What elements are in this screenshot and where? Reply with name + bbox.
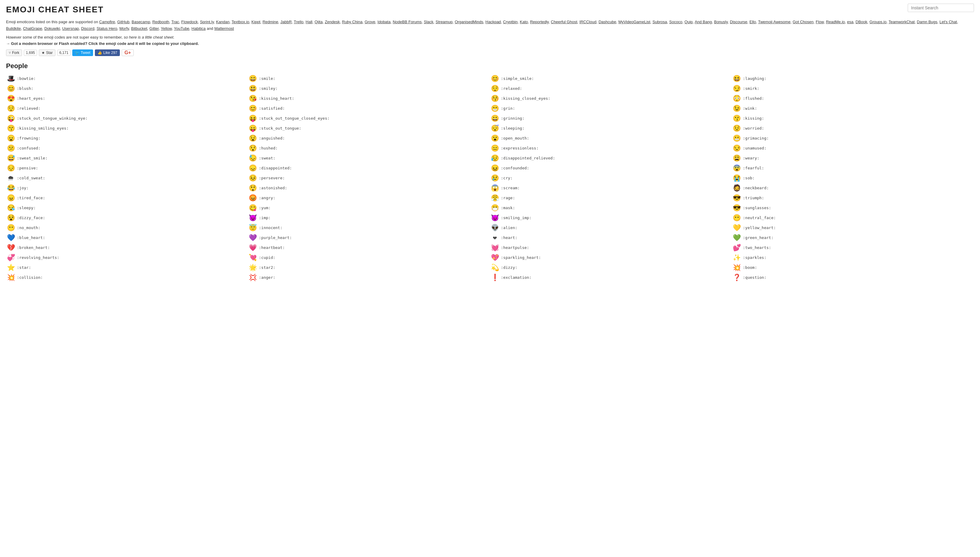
link-subrosa[interactable]: Subrosa [652,20,667,24]
emoji-item[interactable]: 😃:smiley: [248,83,490,93]
star-button[interactable]: ★ Star [39,49,55,56]
link-esa[interactable]: esa [847,20,853,24]
emoji-item[interactable]: 💢:anger: [248,272,490,282]
emoji-item[interactable]: 😂:joy: [6,183,248,193]
emoji-item[interactable]: 😣:persevere: [248,173,490,183]
emoji-item[interactable]: 💙:blue_heart: [6,233,248,243]
emoji-item[interactable]: 💥:collision: [6,272,248,282]
emoji-item[interactable]: 😨:fearful: [732,163,974,173]
emoji-item[interactable]: 😭:sob: [732,173,974,183]
link-gotchosen[interactable]: Got Chosen [793,20,813,24]
emoji-item[interactable]: 😞:disappointed: [248,163,490,173]
link-kato[interactable]: Kato [520,20,528,24]
emoji-item[interactable]: 💗:heartbeat: [248,243,490,252]
emoji-item[interactable]: 🌟:star2: [248,262,490,272]
link-qiita[interactable]: Qiita [315,20,323,24]
search-input[interactable] [908,3,974,12]
emoji-item[interactable]: 😚:kissing_closed_eyes: [490,93,732,103]
emoji-item[interactable]: 😩:weary: [732,153,974,163]
emoji-item[interactable]: 😶:no_mouth: [6,223,248,233]
link-statushero[interactable]: Status Hero [97,26,117,31]
link-ello[interactable]: Ello [750,20,756,24]
emoji-item[interactable]: 😲:astonished: [248,183,490,193]
link-chatgrape[interactable]: ChatGrape [23,26,42,31]
link-idobata[interactable]: Idobata [377,20,390,24]
fork-button[interactable]: ⑂ Fork [6,49,22,56]
emoji-item[interactable]: 💜:purple_heart: [248,233,490,243]
emoji-item[interactable]: 😵:dizzy_face: [6,213,248,223]
link-hall[interactable]: Hall [306,20,312,24]
link-usersnap[interactable]: Usersnap [62,26,79,31]
emoji-item[interactable]: ❗:exclamation: [490,272,732,282]
emoji-item[interactable]: 😟:worried: [732,123,974,133]
link-andbang[interactable]: And Bang [695,20,712,24]
emoji-item[interactable]: 😋:yum: [248,203,490,213]
emoji-item[interactable]: 😷:mask: [490,203,732,213]
emoji-item[interactable]: 😌:relaxed: [490,83,732,93]
link-redbooth[interactable]: Redbooth [153,20,169,24]
emoji-item[interactable]: ✨:sparkles: [732,252,974,262]
link-slack[interactable]: Slack [424,20,433,24]
emoji-item[interactable]: 😢:cry: [490,173,732,183]
emoji-item[interactable]: 😈:smiling_imp: [490,213,732,223]
emoji-item[interactable]: 😎:triumph: [732,193,974,203]
emoji-item[interactable]: 😪:sleepy: [6,203,248,213]
link-discord[interactable]: Discord [81,26,94,31]
emoji-item[interactable]: 😘:kissing_heart: [248,93,490,103]
link-kandan[interactable]: Kandan [216,20,229,24]
link-dokuwiki[interactable]: Dokuwiki [44,26,60,31]
emoji-item[interactable]: 🧔:neckbeard: [732,183,974,193]
emoji-item[interactable]: 💥:boom: [732,262,974,272]
link-hackpad[interactable]: Hackpad [485,20,501,24]
link-jabbr[interactable]: JabbR [281,20,292,24]
emoji-item[interactable]: 😓:sweat: [248,153,490,163]
gplus-button[interactable]: G+ [122,49,134,56]
emoji-item[interactable]: 😝:stuck_out_tongue_closed_eyes: [248,113,490,123]
link-groupsio[interactable]: Groups.io [870,20,886,24]
emoji-item[interactable]: 😴:sleeping: [490,123,732,133]
link-mattermost[interactable]: Mattermost [214,26,234,31]
link-myvideogamelist[interactable]: MyVideoGameList [618,20,650,24]
link-teamworkchat[interactable]: TeamworkChat [888,20,915,24]
emoji-item[interactable]: 👿:imp: [248,213,490,223]
emoji-item[interactable]: 🎩:bowtie: [6,73,248,83]
link-sprintly[interactable]: Sprint.ly [200,20,214,24]
emoji-item[interactable]: 💕:two_hearts: [732,243,974,252]
emoji-item[interactable]: 💛:yellow_heart: [732,223,974,233]
emoji-item[interactable]: 😧:anguished: [248,133,490,143]
emoji-item[interactable]: 💓:heartpulse: [490,243,732,252]
link-quip[interactable]: Quip [685,20,693,24]
link-dbook[interactable]: DBook [856,20,867,24]
link-damnbugs[interactable]: Damn Bugs [917,20,937,24]
link-gitter[interactable]: Gitter [149,26,159,31]
emoji-item[interactable]: 😯:hushed: [248,143,490,153]
emoji-item[interactable]: 😍:heart_eyes: [6,93,248,103]
emoji-item[interactable]: 😄:smile: [248,73,490,83]
emoji-item[interactable]: 😁:grin: [490,103,732,113]
link-textboxio[interactable]: Textbox.io [232,20,249,24]
link-twemoji[interactable]: Twemoji Awesome [758,20,790,24]
link-readmeio[interactable]: ReadMe.io [826,20,845,24]
link-rubychina[interactable]: Ruby China [342,20,363,24]
tweet-button[interactable]: 🐦 Tweet [72,49,93,56]
link-sococo[interactable]: Sococo [669,20,682,24]
emoji-item[interactable]: 😬:grimacing: [732,133,974,143]
link-zendesk[interactable]: Zendesk [325,20,340,24]
emoji-item[interactable]: 👽:alien: [490,223,732,233]
link-github[interactable]: GitHub [117,20,129,24]
emoji-item[interactable]: 😀:grinning: [490,113,732,123]
emoji-item[interactable]: ❓:question: [732,272,974,282]
link-irccloud[interactable]: IRCCloud [579,20,596,24]
emoji-item[interactable]: 😜:stuck_out_tongue_winking_eye: [6,113,248,123]
emoji-item[interactable]: 💖:sparkling_heart: [490,252,732,262]
emoji-item[interactable]: ❤️:heart: [490,233,732,243]
emoji-item[interactable]: 😉:wink: [732,103,974,113]
emoji-item[interactable]: 😥:disappointed_relieved: [490,153,732,163]
link-habitica[interactable]: Habitica [191,26,206,31]
emoji-item[interactable]: 😊:blush: [6,83,248,93]
emoji-item[interactable]: 😦:frowning: [6,133,248,143]
emoji-item[interactable]: 😕:confused: [6,143,248,153]
link-redmine[interactable]: Redmine [263,20,278,24]
emoji-item[interactable]: 😆:laughing: [732,73,974,83]
emoji-item[interactable]: 😎:sunglasses: [732,203,974,213]
